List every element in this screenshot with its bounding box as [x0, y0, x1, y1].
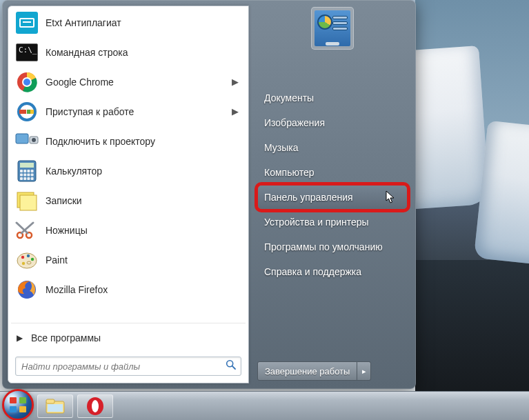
- svg-rect-18: [23, 173, 26, 176]
- submenu-arrow-icon: ▶: [232, 106, 239, 117]
- svg-point-36: [27, 261, 31, 264]
- all-programs-label: Все программы: [31, 332, 101, 343]
- projector-icon: [15, 130, 39, 153]
- program-item-projector[interactable]: Подключить к проектору: [10, 126, 247, 156]
- explorer-icon: [45, 397, 66, 415]
- program-item-cmd[interactable]: C:\_Командная строка: [10, 37, 247, 67]
- right-item-label: Документы: [264, 92, 314, 103]
- separator: [11, 323, 246, 323]
- right-item-4[interactable]: Панель управления: [257, 185, 408, 210]
- firefox-icon: [15, 278, 39, 301]
- svg-point-10: [32, 138, 36, 142]
- sticky-notes-icon: [15, 189, 39, 212]
- right-item-3[interactable]: Компьютер: [257, 160, 408, 185]
- program-item-getting-started[interactable]: Приступая к работе▶: [10, 97, 247, 126]
- submenu-arrow-icon: ▶: [232, 77, 239, 87]
- cursor-icon: [386, 190, 395, 204]
- start-button[interactable]: [3, 390, 33, 420]
- shutdown-options-button[interactable]: ▸: [357, 361, 371, 381]
- program-item-firefox[interactable]: Mozilla Firefox: [10, 274, 247, 304]
- right-item-1[interactable]: Изображения: [257, 110, 408, 135]
- program-item-calculator[interactable]: Калькулятор: [10, 156, 247, 186]
- start-menu-left-column: Etxt АнтиплагиатC:\_Командная строкаGoog…: [8, 6, 249, 383]
- search-input[interactable]: [21, 361, 226, 372]
- svg-rect-26: [20, 195, 37, 210]
- program-list: Etxt АнтиплагиатC:\_Командная строкаGoog…: [8, 6, 248, 321]
- svg-rect-16: [31, 170, 34, 172]
- svg-rect-42: [48, 404, 63, 412]
- program-label: Калькулятор: [46, 166, 241, 177]
- program-label: Ножницы: [46, 225, 241, 236]
- svg-line-39: [232, 366, 235, 369]
- right-item-label: Музыка: [264, 142, 299, 153]
- shutdown-button[interactable]: Завершение работы: [257, 361, 357, 381]
- svg-point-35: [22, 261, 25, 264]
- right-item-label: Устройства и принтеры: [264, 217, 369, 228]
- svg-point-33: [27, 254, 30, 257]
- right-item-label: Панель управления: [264, 192, 353, 203]
- program-label: Командная строка: [46, 47, 241, 58]
- user-picture-frame[interactable]: [311, 7, 354, 50]
- program-item-sticky-notes[interactable]: Записки: [10, 186, 247, 215]
- program-item-paint[interactable]: Paint: [10, 245, 247, 274]
- program-label: Подключить к проектору: [46, 136, 241, 147]
- svg-rect-5: [19, 110, 26, 114]
- svg-rect-20: [31, 173, 34, 176]
- all-programs-item[interactable]: ▶ Все программы: [8, 325, 248, 351]
- svg-rect-8: [16, 134, 28, 143]
- right-item-0[interactable]: Документы: [257, 86, 408, 110]
- program-label: Paint: [46, 254, 241, 266]
- desktop-wallpaper: [415, 0, 529, 393]
- right-menu-list: ДокументыИзображенияМузыкаКомпьютерПанел…: [257, 86, 408, 284]
- etxt-icon: [15, 11, 39, 34]
- svg-point-32: [21, 255, 24, 258]
- svg-point-44: [92, 400, 99, 412]
- start-menu-right-column: ДокументыИзображенияМузыкаКомпьютерПанел…: [249, 0, 416, 389]
- control-panel-icon: [315, 10, 350, 46]
- search-icon: [226, 359, 237, 373]
- calculator-icon: [15, 159, 39, 183]
- svg-rect-41: [46, 399, 54, 403]
- right-item-label: Компьютер: [264, 167, 314, 178]
- program-label: Mozilla Firefox: [46, 284, 241, 295]
- taskbar-item-opera[interactable]: [77, 394, 113, 418]
- opera-icon: [86, 397, 105, 416]
- taskbar: [0, 391, 529, 420]
- svg-rect-23: [27, 177, 30, 180]
- program-item-snipping-tool[interactable]: Ножницы: [10, 215, 247, 245]
- paint-icon: [15, 248, 39, 272]
- svg-point-2: [23, 79, 30, 86]
- search-box[interactable]: [15, 357, 241, 376]
- windows-logo-icon: [10, 397, 26, 412]
- right-item-7[interactable]: Справка и поддержка: [257, 259, 408, 284]
- getting-started-icon: [15, 100, 39, 123]
- svg-point-34: [31, 257, 34, 260]
- svg-rect-14: [23, 170, 26, 172]
- program-item-chrome[interactable]: Google Chrome▶: [10, 67, 247, 97]
- search-container: [8, 351, 248, 383]
- program-label: Google Chrome: [46, 77, 232, 88]
- svg-rect-6: [27, 110, 30, 114]
- right-item-label: Изображения: [264, 117, 325, 128]
- cmd-icon: C:\_: [15, 41, 39, 64]
- right-item-label: Справка и поддержка: [264, 266, 361, 277]
- svg-rect-17: [20, 173, 23, 176]
- svg-rect-24: [31, 177, 34, 180]
- right-item-6[interactable]: Программы по умолчанию: [257, 234, 408, 259]
- program-label: Записки: [46, 195, 241, 206]
- svg-rect-15: [27, 170, 30, 172]
- right-item-5[interactable]: Устройства и принтеры: [257, 210, 408, 234]
- program-label: Приступая к работе: [46, 106, 232, 117]
- right-item-2[interactable]: Музыка: [257, 135, 408, 160]
- shutdown-label: Завершение работы: [265, 366, 350, 377]
- snipping-tool-icon: [15, 219, 39, 242]
- svg-rect-12: [20, 163, 34, 168]
- taskbar-item-explorer[interactable]: [37, 394, 73, 418]
- program-item-etxt[interactable]: Etxt Антиплагиат: [10, 8, 247, 37]
- svg-rect-19: [27, 173, 30, 176]
- svg-rect-13: [20, 170, 23, 172]
- right-item-label: Программы по умолчанию: [264, 241, 383, 252]
- taskbar-pinned: [37, 394, 113, 418]
- svg-rect-7: [30, 110, 34, 114]
- triangle-right-icon: ▶: [17, 333, 23, 343]
